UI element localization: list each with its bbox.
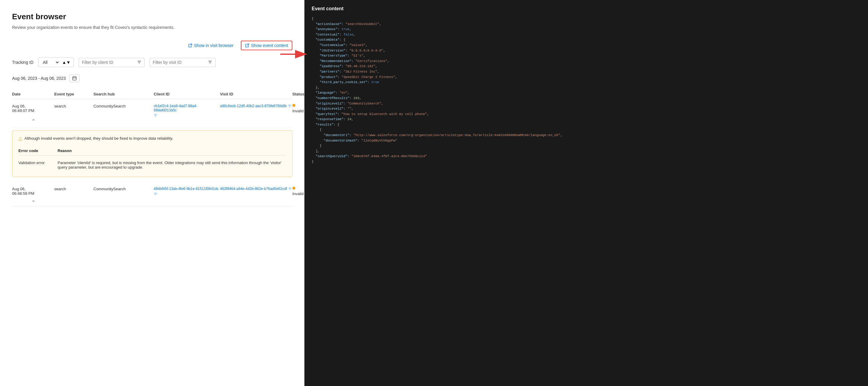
- error-table: Error code Reason Validation error Param…: [19, 146, 286, 172]
- filters-row: Tracking ID All ▲▼: [12, 58, 292, 67]
- error-table-header: Error code Reason: [19, 146, 286, 156]
- external-link-icon: [188, 43, 192, 47]
- visit-id-input[interactable]: [153, 60, 206, 65]
- visit-id-filter[interactable]: [150, 58, 216, 67]
- cell-client-id-1: cb1ef2c4-1ea9-4ad7-98a4-89dafd013a5c: [154, 104, 220, 117]
- client-id-filter[interactable]: [79, 58, 145, 67]
- cell-status-1: Invalid: [292, 104, 304, 113]
- tracking-id-label: Tracking ID: [12, 60, 33, 65]
- calendar-icon: [72, 76, 77, 81]
- status-cell-1: Invalid: [292, 104, 304, 113]
- col-header-visit-id: Visit ID: [220, 92, 292, 96]
- cell-client-id-2: 484bf45f-13ab-4fe6-9b1e-81511f0641dc: [154, 187, 220, 196]
- error-reason-1: Parameter 'clientId' is required, but is…: [58, 161, 286, 170]
- filter-link-icon-4: [288, 187, 292, 190]
- cell-search-hub-2: CommunitySearch: [93, 187, 154, 191]
- error-col-header-code: Error code: [19, 148, 58, 153]
- cell-date-2: Aug 06, 06:48:59 PM: [12, 187, 54, 196]
- show-in-visit-browser-button[interactable]: Show in visit browser: [186, 42, 236, 49]
- event-content-json: { "actionCause": "searchboxSubmit", "ano…: [312, 16, 861, 165]
- cell-search-hub-1: CommunitySearch: [93, 104, 154, 108]
- date-picker-button[interactable]: [69, 74, 80, 82]
- arrow-indicator: [280, 47, 310, 62]
- status-text-2: Invalid: [292, 191, 304, 196]
- cell-event-type-1: search: [54, 104, 93, 108]
- tracking-id-dropdown[interactable]: All: [41, 60, 60, 65]
- row-collapse-button-1[interactable]: ⌃: [12, 117, 54, 125]
- table-row: Aug 06, 06:49:07 PM search CommunitySear…: [12, 99, 292, 177]
- col-header-date: Date: [12, 92, 54, 96]
- client-id-link-1[interactable]: cb1ef2c4-1ea9-4ad7-98a4-89dafd013a5c: [154, 104, 220, 117]
- error-col-header-reason: Reason: [58, 148, 286, 153]
- tracking-id-select[interactable]: All ▲▼: [38, 58, 74, 67]
- event-content-title: Event content: [312, 6, 861, 11]
- error-code-1: Validation error: [19, 161, 58, 170]
- visit-id-link-2[interactable]: 463f9464-a94e-442b-862e-b76ad5e62cdf: [220, 187, 292, 191]
- visit-id-link-1[interactable]: a90c6ecb-12d5-40b2-aac3-876fe676fa9b: [220, 104, 292, 108]
- main-panel: Event browser Review your organization e…: [0, 0, 304, 386]
- right-panel: Event content { "actionCause": "searchbo…: [304, 0, 868, 386]
- cell-event-type-2: search: [54, 187, 93, 191]
- client-id-link-2[interactable]: 484bf45f-13ab-4fe6-9b1e-81511f0641dc: [154, 187, 220, 196]
- cell-date-1: Aug 06, 06:49:07 PM: [12, 104, 54, 113]
- warning-text: Although invalid events aren't dropped, …: [24, 136, 173, 141]
- filter-link-icon-1: [154, 113, 157, 117]
- filter-link-icon-2: [288, 104, 291, 108]
- expanded-content-1: △ Although invalid events aren't dropped…: [12, 130, 292, 177]
- filter-link-icon-3: [154, 192, 157, 196]
- external-link-icon-2: [245, 43, 249, 47]
- table-row-2: Aug 06, 06:48:59 PM search CommunitySear…: [12, 182, 292, 207]
- status-dot-1: [292, 104, 296, 107]
- date-row: Aug 06, 2023 - Aug 06, 2023: [12, 74, 292, 82]
- page-subtitle: Review your organization events to ensur…: [12, 25, 292, 30]
- page-title: Event browser: [12, 12, 292, 22]
- table-header: Date Event type Search hub Client ID Vis…: [12, 90, 292, 99]
- col-header-search-hub: Search hub: [93, 92, 154, 96]
- table-row-main-2: Aug 06, 06:48:59 PM search CommunitySear…: [12, 182, 292, 207]
- filter-icon-2: [208, 60, 212, 65]
- error-table-row-1: Validation error Parameter 'clientId' is…: [19, 158, 286, 172]
- filter-icon: [137, 60, 141, 65]
- col-header-status: Status: [292, 92, 304, 96]
- col-header-event-type: Event type: [54, 92, 93, 96]
- toolbar: Show in visit browser Show event content: [12, 41, 292, 50]
- cell-visit-id-1: a90c6ecb-12d5-40b2-aac3-876fe676fa9b: [220, 104, 292, 108]
- cell-status-2: Invalid: [292, 187, 304, 196]
- status-text-1: Invalid: [292, 109, 304, 113]
- status-cell-2: Invalid: [292, 187, 304, 196]
- warning-row: △ Although invalid events aren't dropped…: [19, 136, 286, 141]
- date-range-label: Aug 06, 2023 - Aug 06, 2023: [12, 76, 66, 81]
- table-row-main-1: Aug 06, 06:49:07 PM search CommunitySear…: [12, 99, 292, 128]
- status-dot-2: [292, 187, 296, 190]
- cell-visit-id-2: 463f9464-a94e-442b-862e-b76ad5e62cdf: [220, 187, 292, 191]
- warning-icon: △: [19, 136, 22, 141]
- chevron-down-icon: ▲▼: [62, 60, 70, 65]
- row-expand-button-2[interactable]: ⌄: [12, 196, 54, 204]
- col-header-client-id: Client ID: [154, 92, 220, 96]
- client-id-input[interactable]: [82, 60, 135, 65]
- svg-rect-0: [73, 77, 76, 80]
